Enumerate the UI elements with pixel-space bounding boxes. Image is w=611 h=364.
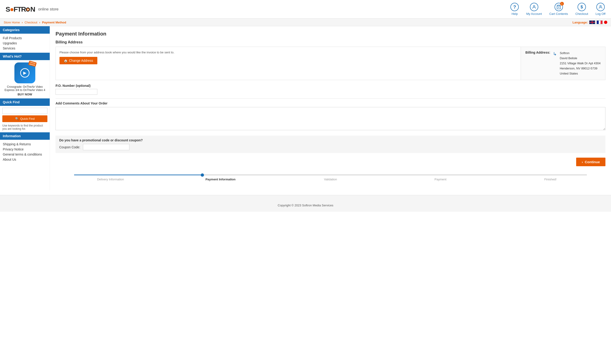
promo-input[interactable]	[83, 144, 129, 150]
step-validation: Validation	[275, 178, 385, 181]
whats-hot-section: CROSSGRADE ▶ Crossgrade: OnTheAir Video …	[0, 60, 50, 98]
progress-steps: Delivery Information Payment Information…	[55, 178, 605, 181]
po-number-input[interactable]	[55, 89, 97, 95]
billing-name: Softron	[560, 51, 600, 56]
nav-my-account-label: My Account	[526, 12, 542, 15]
continue-button[interactable]: › Continue	[576, 158, 605, 166]
crossgrade-badge: CROSSGRADE	[28, 61, 37, 67]
progress-line-fill	[74, 175, 202, 175]
home-icon: 🏠	[64, 59, 68, 63]
information-links: Shipping & Returns Privacy Notice Genera…	[0, 140, 50, 164]
nav-logoff[interactable]: Log Off	[596, 3, 605, 15]
progress-bar-wrapper	[74, 173, 587, 174]
main-layout: Categories Full Products Upgrades Servic…	[0, 26, 611, 190]
logo-o: ●	[10, 5, 14, 13]
logo-play	[27, 8, 29, 11]
cart-icon: 1	[555, 3, 563, 11]
billing-right: Billing Address: ↳ Softron David Belisle…	[521, 47, 605, 80]
flag-fr-white	[599, 21, 600, 24]
sidebar-item-about[interactable]: About Us	[3, 157, 47, 162]
promo-row: Coupon Code:	[59, 144, 602, 150]
play-icon: ▶	[20, 68, 29, 78]
flag-fr-red	[600, 21, 602, 24]
breadcrumb-arrow-1: ›	[22, 21, 23, 24]
flag-uk-icon[interactable]	[589, 20, 595, 24]
step-finished: Finished!	[496, 178, 605, 181]
search-input[interactable]	[2, 108, 47, 114]
footer-copyright: Copyright © 2023 Softron Media Services	[6, 204, 605, 207]
breadcrumb-store-home[interactable]: Store Home	[4, 21, 20, 24]
billing-address-label: Billing Address:	[526, 51, 550, 54]
arrow-right-icon: ›	[582, 160, 583, 164]
billing-desc: Please choose from your address book whe…	[59, 51, 517, 54]
sidebar-item-services[interactable]: Services	[3, 46, 47, 51]
billing-city: Henderson, NV 89012-5739	[560, 66, 600, 71]
quick-find-button-label: Quick Find	[20, 117, 35, 120]
billing-section: Billing Address Please choose from your …	[55, 40, 605, 80]
comments-label: Add Comments About Your Order	[55, 102, 605, 105]
billing-combined: Please choose from your address book whe…	[55, 47, 605, 80]
breadcrumb-current: Payment Method	[42, 21, 66, 24]
cart-badge: 1	[560, 2, 564, 6]
logo: S●FTRN online store	[6, 5, 58, 13]
nav-checkout[interactable]: $ Checkout	[575, 3, 588, 15]
billing-address-label-container: Billing Address:	[526, 51, 550, 54]
svg-point-0	[533, 5, 535, 7]
sidebar-item-full-products[interactable]: Full Products	[3, 36, 47, 41]
sidebar-item-shipping[interactable]: Shipping & Returns	[3, 142, 47, 147]
main-content: Payment Information Billing Address Plea…	[50, 26, 611, 190]
nav-help[interactable]: ? Help	[510, 3, 519, 15]
quick-find-section: 🔍 Quick Find Use keywords to find the pr…	[0, 106, 50, 132]
nav-my-account[interactable]: My Account	[526, 3, 542, 15]
comments-section: Add Comments About Your Order	[55, 102, 605, 131]
page-title: Payment Information	[55, 31, 605, 37]
promo-section: Do you have a promotional code or discou…	[55, 136, 605, 153]
promo-title: Do you have a promotional code or discou…	[59, 138, 602, 142]
step-delivery: Delivery Information	[55, 178, 165, 181]
nav-cart[interactable]: 1 Cart Contents	[549, 3, 568, 15]
progress-dot	[201, 173, 204, 177]
flag-fr-blue	[597, 21, 599, 24]
nav-logoff-label: Log Off	[596, 12, 605, 15]
comments-textarea[interactable]	[55, 107, 605, 130]
flag-fr-icon[interactable]	[597, 20, 603, 24]
product-icon[interactable]: CROSSGRADE ▶	[14, 63, 35, 83]
continue-label: Continue	[585, 160, 600, 164]
logoff-icon	[596, 3, 605, 11]
product-name: Crossgrade: OnTheAir Video Express 3/4 t…	[2, 85, 48, 92]
breadcrumb-checkout[interactable]: Checkout	[25, 21, 37, 24]
step-payment: Payment	[385, 178, 495, 181]
progress-line-bg	[74, 175, 587, 175]
language-switcher: Language:	[572, 20, 607, 24]
billing-left: Please choose from your address book whe…	[56, 47, 521, 68]
sidebar-item-upgrades[interactable]: Upgrades	[3, 41, 47, 46]
categories-links: Full Products Upgrades Services	[0, 34, 50, 53]
buy-now-label[interactable]: BUY NOW	[2, 93, 48, 96]
header: S●FTRN online store ? Help My Account 1 …	[0, 0, 611, 19]
billing-arrow-icon: ↳	[553, 51, 557, 57]
billing-person: David Belisle	[560, 56, 600, 61]
sidebar-item-privacy[interactable]: Privacy Notice	[3, 147, 47, 152]
divider-1	[55, 98, 605, 99]
logo-subtitle: online store	[38, 7, 58, 12]
quick-find-title: Quick Find	[0, 98, 50, 106]
po-number-label: P.O. Number (optional)	[55, 84, 605, 88]
quick-find-button[interactable]: 🔍 Quick Find	[2, 115, 47, 122]
sidebar-item-terms[interactable]: General terms & conditions	[3, 152, 47, 157]
whats-hot-title: What's Hot?	[0, 53, 50, 60]
categories-title: Categories	[0, 26, 50, 34]
billing-country: United States	[560, 71, 600, 76]
breadcrumb: Store Home › Checkout › Payment Method L…	[0, 19, 611, 26]
information-title: Information	[0, 132, 50, 140]
logo-icon	[26, 7, 30, 12]
nav-help-label: Help	[512, 12, 518, 15]
search-icon: 🔍	[15, 117, 19, 120]
checkout-icon: $	[578, 3, 586, 11]
quick-find-hint: Use keywords to find the product you are…	[2, 124, 47, 130]
flag-uk-red-h	[589, 22, 595, 23]
promo-label: Coupon Code:	[59, 145, 80, 149]
breadcrumb-path: Store Home › Checkout › Payment Method	[4, 21, 66, 24]
change-address-label: Change Address	[69, 59, 93, 63]
step-payment-info: Payment Information	[165, 178, 275, 181]
change-address-button[interactable]: 🏠 Change Address	[59, 57, 97, 64]
